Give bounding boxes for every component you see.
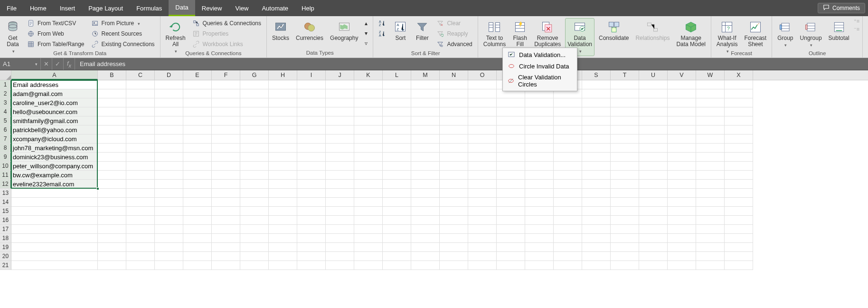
row-header[interactable]: 8	[0, 144, 11, 153]
cell[interactable]	[639, 135, 668, 144]
cell[interactable]	[696, 162, 725, 171]
cell[interactable]	[269, 153, 297, 162]
cell[interactable]	[411, 198, 440, 207]
cell[interactable]	[98, 252, 126, 261]
cell[interactable]	[126, 107, 155, 116]
cell[interactable]	[212, 98, 240, 107]
cell[interactable]	[554, 207, 582, 216]
cell[interactable]	[525, 107, 554, 116]
cell[interactable]	[269, 162, 297, 171]
flash-fill-button[interactable]: Flash Fill	[510, 18, 530, 49]
cell[interactable]	[212, 243, 240, 252]
cell[interactable]	[554, 153, 582, 162]
cell[interactable]	[696, 216, 725, 225]
cell[interactable]	[668, 171, 696, 180]
cell[interactable]	[354, 153, 383, 162]
cell[interactable]	[354, 171, 383, 180]
cell[interactable]	[725, 180, 753, 189]
cell[interactable]	[326, 89, 354, 98]
cell[interactable]	[240, 171, 269, 180]
cell[interactable]	[411, 80, 440, 89]
cell[interactable]	[582, 125, 611, 135]
cell[interactable]	[554, 225, 582, 234]
cell[interactable]	[326, 107, 354, 116]
cell[interactable]	[468, 198, 497, 207]
cell[interactable]	[269, 234, 297, 243]
filter-button[interactable]: Filter	[412, 18, 432, 43]
cell[interactable]	[554, 180, 582, 189]
cell[interactable]	[554, 135, 582, 144]
cell[interactable]	[668, 135, 696, 144]
cell[interactable]	[326, 216, 354, 225]
properties-button[interactable]: Properties	[190, 29, 264, 39]
cell[interactable]	[639, 80, 668, 89]
cell[interactable]	[639, 116, 668, 125]
cell[interactable]	[155, 216, 183, 225]
cell[interactable]	[696, 234, 725, 243]
row-header[interactable]: 14	[0, 198, 11, 207]
cell[interactable]	[126, 98, 155, 107]
cell[interactable]	[269, 216, 297, 225]
cell[interactable]	[383, 162, 411, 171]
cell[interactable]	[98, 98, 126, 107]
cell[interactable]	[411, 252, 440, 261]
cell[interactable]	[468, 144, 497, 153]
cell[interactable]	[440, 98, 468, 107]
comments-button[interactable]: Comments	[818, 3, 865, 13]
cell[interactable]	[297, 234, 326, 243]
cell[interactable]	[582, 171, 611, 180]
cell[interactable]	[468, 252, 497, 261]
cell[interactable]	[183, 98, 212, 107]
select-all-corner[interactable]	[0, 70, 11, 80]
cell[interactable]	[326, 98, 354, 107]
column-header[interactable]: A	[11, 70, 98, 80]
cell[interactable]	[582, 80, 611, 89]
cell[interactable]	[497, 135, 525, 144]
cell[interactable]	[240, 252, 269, 261]
cell[interactable]	[98, 207, 126, 216]
advanced-button[interactable]: Advanced	[434, 39, 474, 49]
cell[interactable]	[440, 216, 468, 225]
cell[interactable]	[126, 225, 155, 234]
cell[interactable]	[525, 198, 554, 207]
cell[interactable]	[525, 153, 554, 162]
cell[interactable]	[183, 261, 212, 270]
cell[interactable]	[11, 189, 98, 198]
cell[interactable]	[326, 171, 354, 180]
cell[interactable]	[11, 198, 98, 207]
cell[interactable]	[269, 89, 297, 98]
cell[interactable]	[326, 252, 354, 261]
cell[interactable]	[611, 171, 639, 180]
cell[interactable]	[611, 198, 639, 207]
formula-input[interactable]: Email addresses	[75, 60, 125, 67]
cell[interactable]	[668, 234, 696, 243]
cell[interactable]	[11, 234, 98, 243]
cell[interactable]	[668, 125, 696, 135]
cell[interactable]	[468, 89, 497, 98]
cell[interactable]	[725, 216, 753, 225]
cell[interactable]	[383, 89, 411, 98]
cell[interactable]	[668, 80, 696, 89]
cell[interactable]	[440, 80, 468, 89]
cell[interactable]	[354, 252, 383, 261]
cell[interactable]	[297, 207, 326, 216]
cell[interactable]	[212, 89, 240, 98]
currencies-button[interactable]: Currencies	[293, 18, 326, 43]
column-header[interactable]: L	[383, 70, 411, 80]
cell[interactable]	[639, 207, 668, 216]
cell[interactable]	[725, 144, 753, 153]
manage-data-model-button[interactable]: Manage Data Model	[674, 18, 708, 49]
cell[interactable]	[126, 252, 155, 261]
cell[interactable]	[326, 144, 354, 153]
recent-sources-button[interactable]: Recent Sources	[89, 29, 157, 39]
row-header[interactable]: 11	[0, 171, 11, 180]
cell[interactable]	[269, 198, 297, 207]
cell[interactable]	[411, 107, 440, 116]
cell[interactable]	[297, 107, 326, 116]
cell[interactable]	[440, 234, 468, 243]
cell[interactable]	[411, 162, 440, 171]
column-header[interactable]: K	[354, 70, 383, 80]
cell[interactable]	[240, 234, 269, 243]
row-header[interactable]: 5	[0, 116, 11, 125]
cell[interactable]	[696, 89, 725, 98]
